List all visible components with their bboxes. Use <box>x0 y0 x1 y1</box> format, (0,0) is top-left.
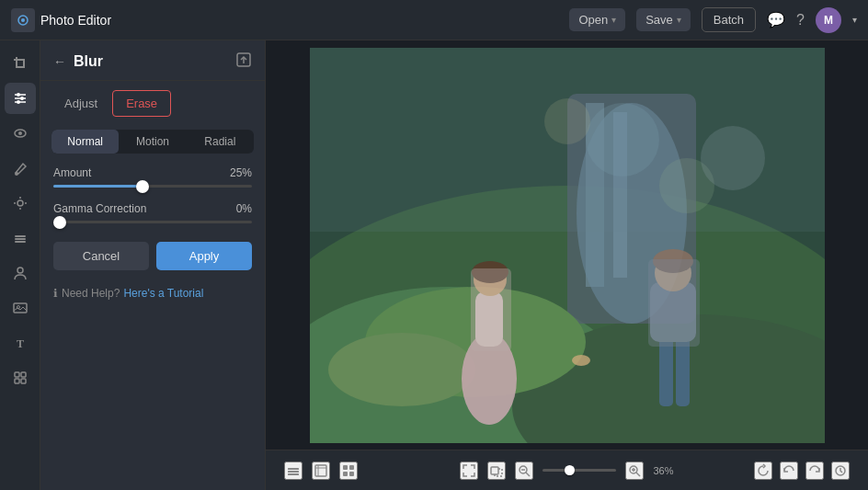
blur-type-normal[interactable]: Normal <box>51 130 119 154</box>
amount-slider-track[interactable] <box>53 185 252 188</box>
svg-rect-62 <box>288 473 299 475</box>
canvas-viewport <box>266 40 868 450</box>
redo-icon[interactable] <box>805 462 824 480</box>
refresh-icon[interactable] <box>754 462 772 480</box>
svg-rect-60 <box>288 468 299 470</box>
panel-export-icon[interactable] <box>235 51 252 71</box>
tab-bar: Adjust Erase <box>40 81 265 117</box>
save-label: Save <box>645 13 673 27</box>
apply-button[interactable]: Apply <box>156 242 252 270</box>
svg-point-58 <box>701 126 765 190</box>
open-label: Open <box>578 13 608 27</box>
tab-adjust[interactable]: Adjust <box>51 90 110 117</box>
zoom-slider-thumb[interactable] <box>565 465 575 475</box>
help-link[interactable]: Here's a Tutorial <box>123 287 203 300</box>
amount-slider-fill <box>53 185 143 188</box>
svg-point-7 <box>17 93 20 97</box>
svg-rect-21 <box>15 238 26 240</box>
gamma-value: 0% <box>236 202 252 215</box>
svg-rect-29 <box>15 379 19 383</box>
help-prefix: Need Help? <box>62 287 120 300</box>
svg-rect-61 <box>288 471 299 473</box>
resize-icon[interactable] <box>487 462 506 480</box>
svg-rect-20 <box>15 235 26 237</box>
blur-type-motion[interactable]: Motion <box>119 130 186 154</box>
avatar-initials: M <box>824 14 833 27</box>
topbar-right-icons: 💬 ? M ▾ <box>767 7 857 33</box>
fit-icon[interactable] <box>460 462 478 480</box>
svg-rect-5 <box>14 59 23 61</box>
amount-slider-thumb[interactable] <box>136 180 149 193</box>
save-button[interactable]: Save ▾ <box>636 8 691 31</box>
blur-type-group: Normal Motion Radial <box>51 130 254 154</box>
panel-header: ← Blur <box>40 40 265 81</box>
svg-rect-28 <box>21 372 26 377</box>
history-icon[interactable] <box>831 462 850 480</box>
gamma-slider-thumb[interactable] <box>53 216 66 229</box>
undo-icon[interactable] <box>780 462 798 480</box>
amount-label-row: Amount 25% <box>53 166 252 179</box>
info-icon: ℹ <box>53 287 58 300</box>
svg-point-13 <box>18 131 22 135</box>
svg-point-23 <box>17 268 23 273</box>
sidebar-icon-people[interactable] <box>5 257 36 289</box>
back-button[interactable]: ← <box>53 54 66 69</box>
svg-point-15 <box>17 200 23 206</box>
chat-icon[interactable]: 💬 <box>767 11 785 28</box>
svg-point-42 <box>328 333 475 406</box>
bottom-left-tools <box>284 462 358 480</box>
gamma-label-row: Gamma Correction 0% <box>53 202 252 215</box>
bottom-center-tools: 36% <box>460 462 673 480</box>
svg-point-55 <box>586 103 659 177</box>
layer-icon[interactable] <box>284 462 303 480</box>
avatar-chevron-icon[interactable]: ▾ <box>852 15 857 25</box>
tab-erase[interactable]: Erase <box>112 90 171 117</box>
svg-rect-4 <box>23 59 25 68</box>
zoom-out-icon[interactable] <box>515 462 533 480</box>
sidebar-icon-effects[interactable] <box>5 188 36 219</box>
photo-container <box>310 48 825 443</box>
sidebar-icon-eye[interactable] <box>5 118 36 149</box>
app-logo: Photo Editor <box>11 8 111 32</box>
svg-rect-68 <box>343 472 348 476</box>
bottom-right-tools <box>754 462 850 480</box>
zoom-slider[interactable] <box>542 469 616 472</box>
sidebar-icon-brush[interactable] <box>5 153 36 184</box>
gamma-slider-track[interactable] <box>53 221 252 223</box>
open-button[interactable]: Open ▾ <box>569 8 625 31</box>
bottom-toolbar: 36% <box>266 450 868 490</box>
sidebar-icon-photo[interactable] <box>5 292 36 324</box>
sidebar-icon-plugin[interactable] <box>5 362 36 393</box>
svg-point-9 <box>20 97 24 100</box>
sidebar-icon-layers[interactable] <box>5 222 36 254</box>
svg-point-57 <box>544 98 590 144</box>
amount-label: Amount <box>53 166 91 179</box>
zoom-in-icon[interactable] <box>625 462 644 480</box>
svg-point-59 <box>572 355 590 366</box>
batch-label: Batch <box>714 13 744 27</box>
gamma-slider-section: Gamma Correction 0% <box>40 199 265 234</box>
svg-rect-66 <box>343 465 348 470</box>
svg-rect-47 <box>471 268 511 351</box>
crop-icon[interactable] <box>312 462 330 480</box>
open-chevron-icon: ▾ <box>611 15 616 25</box>
svg-line-72 <box>526 473 530 476</box>
gamma-label: Gamma Correction <box>53 202 146 215</box>
blur-type-radial[interactable]: Radial <box>187 130 254 154</box>
svg-rect-63 <box>315 465 326 476</box>
help-icon[interactable]: ? <box>796 12 805 28</box>
cancel-button[interactable]: Cancel <box>53 242 149 270</box>
action-buttons: Cancel Apply <box>40 234 265 281</box>
grid-icon[interactable] <box>339 462 358 480</box>
sidebar-icon-crop[interactable] <box>5 48 36 79</box>
sidebar-icon-adjust[interactable] <box>5 83 36 114</box>
help-row: ℹ Need Help? Here's a Tutorial <box>40 281 265 311</box>
zoom-value: 36% <box>653 465 673 476</box>
svg-rect-30 <box>21 379 26 383</box>
avatar[interactable]: M <box>816 7 841 33</box>
svg-rect-27 <box>15 372 19 377</box>
canvas-area: 36% <box>266 40 868 490</box>
sidebar-icon-text[interactable]: T <box>5 327 36 359</box>
batch-button[interactable]: Batch <box>702 7 756 32</box>
svg-rect-69 <box>349 472 354 476</box>
